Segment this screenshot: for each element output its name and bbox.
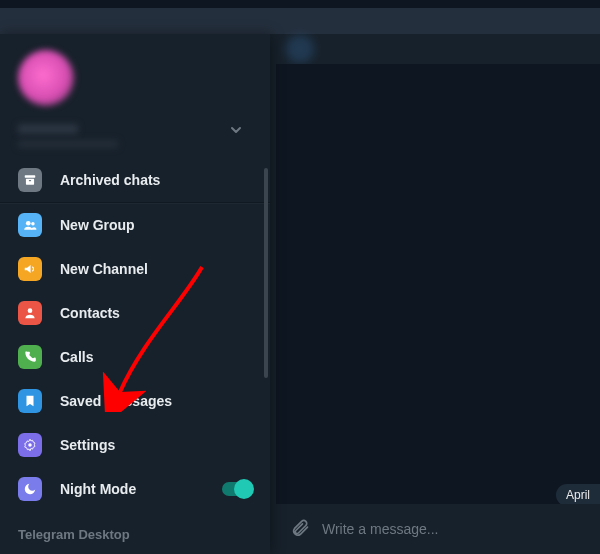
menu-label: Saved Messages	[60, 393, 252, 409]
title-bar	[0, 8, 600, 34]
menu-label: Archived chats	[60, 172, 252, 188]
chat-avatar	[286, 35, 314, 63]
menu-saved-messages[interactable]: Saved Messages	[0, 379, 270, 423]
archive-icon	[18, 168, 42, 192]
menu-archived-chats[interactable]: Archived chats	[0, 158, 270, 202]
chat-header[interactable]	[276, 34, 600, 64]
contacts-icon	[18, 301, 42, 325]
app-name-footer: Telegram Desktop	[0, 517, 270, 554]
display-name	[18, 124, 78, 134]
menu-label: New Group	[60, 217, 252, 233]
svg-point-3	[26, 221, 31, 226]
message-input-placeholder[interactable]: Write a message...	[322, 521, 438, 537]
menu-new-channel[interactable]: New Channel	[0, 247, 270, 291]
menu-settings[interactable]: Settings	[0, 423, 270, 467]
saved-icon	[18, 389, 42, 413]
toggle-knob	[234, 479, 254, 499]
chevron-down-icon[interactable]	[228, 122, 244, 142]
menu-label: Contacts	[60, 305, 252, 321]
message-input-bar[interactable]: Write a message...	[276, 504, 600, 554]
channel-icon	[18, 257, 42, 281]
group-icon	[18, 213, 42, 237]
menu-label: Calls	[60, 349, 252, 365]
svg-point-5	[28, 308, 33, 313]
menu-new-group[interactable]: New Group	[0, 203, 270, 247]
menu-label: Night Mode	[60, 481, 204, 497]
avatar[interactable]	[18, 50, 74, 106]
username-block	[18, 124, 252, 148]
scrollbar[interactable]	[264, 168, 268, 378]
svg-rect-0	[25, 175, 36, 177]
menu-contacts[interactable]: Contacts	[0, 291, 270, 335]
night-icon	[18, 477, 42, 501]
svg-rect-2	[29, 180, 31, 181]
attach-icon[interactable]	[290, 518, 310, 541]
menu-label: Settings	[60, 437, 252, 453]
chat-pane: April Write a message...	[276, 34, 600, 554]
window-top-bar	[0, 0, 600, 8]
svg-rect-1	[26, 179, 34, 185]
svg-point-6	[28, 443, 32, 447]
chat-body: April	[276, 64, 600, 534]
calls-icon	[18, 345, 42, 369]
app-root: April Write a message...	[0, 0, 600, 554]
profile-block[interactable]	[0, 34, 270, 158]
settings-icon	[18, 433, 42, 457]
menu-night-mode[interactable]: Night Mode	[0, 467, 270, 511]
svg-point-4	[31, 222, 35, 226]
menu-label: New Channel	[60, 261, 252, 277]
sidebar-drawer: Archived chats New Group New Channel Con…	[0, 34, 270, 554]
menu-calls[interactable]: Calls	[0, 335, 270, 379]
night-mode-toggle[interactable]	[222, 482, 252, 496]
date-badge: April	[556, 484, 600, 506]
phone-number	[18, 140, 118, 148]
